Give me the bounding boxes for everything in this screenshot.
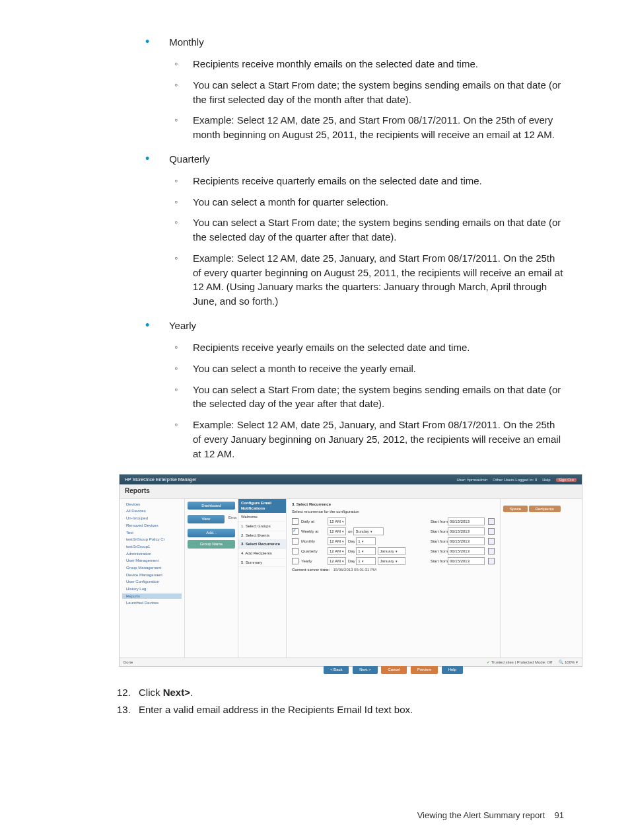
quarterly-time-select[interactable]: 12 AM (328, 547, 346, 555)
yearly-label: Yearly (301, 558, 328, 564)
nav-test[interactable]: Test (122, 530, 182, 536)
back-button[interactable]: < Back (324, 666, 349, 674)
monthly-item: You can select a Start From date; the sy… (193, 78, 564, 107)
nav-devices[interactable]: Devices (122, 502, 182, 508)
yearly-checkbox[interactable] (292, 558, 298, 564)
step-12: Click Next>. (133, 685, 564, 700)
nav-group-mgmt[interactable]: Group Management (122, 565, 182, 571)
config-screenshot: HP StoreOnce Enterprise Manager User: hp… (119, 474, 582, 667)
next-button[interactable]: Next > (353, 666, 378, 674)
nav-user-config[interactable]: User Configuration (122, 579, 182, 585)
add-button[interactable]: Add... (188, 529, 235, 537)
day-label: Day (348, 549, 355, 554)
right-panel: Space Recipients (500, 499, 582, 664)
signout-button[interactable]: Sign Out (556, 478, 577, 482)
monthly-label: Monthly (301, 539, 328, 545)
nav-testgroup-policy[interactable]: testGrGroup Policy Cr (122, 537, 182, 543)
wizard-content: 3. Select Recurrence Select recurrence f… (287, 499, 500, 664)
quarterly-row: Quarterly 12 AM Day 1 January Start from… (292, 547, 495, 555)
daily-startfrom-input[interactable]: 06/15/2013 (448, 517, 485, 525)
daily-checkbox[interactable] (292, 518, 298, 525)
yearly-day-select[interactable]: 1 (356, 557, 376, 565)
daily-row: Daily at 12 AM Start from 06/15/2013 (292, 517, 495, 525)
help-link[interactable]: Help (542, 478, 550, 482)
dashboard-button[interactable]: Dashboard (188, 502, 235, 510)
yearly-startfrom-label: Start from (431, 558, 448, 564)
calendar-icon[interactable] (488, 538, 495, 545)
yearly-month-select[interactable]: January (378, 557, 405, 565)
day-label: Day (348, 558, 355, 564)
titlebar-right: User: hpmsadmin Other Users Logged in: 0… (452, 477, 577, 483)
group-name-header[interactable]: Group Name (188, 540, 235, 549)
monthly-items: Recipients receive monthly emails on the… (145, 57, 564, 142)
preview-button[interactable]: Preview (411, 666, 438, 674)
monthly-time-select[interactable]: 12 AM (328, 537, 346, 545)
quarterly-day-select[interactable]: 1 (356, 547, 376, 555)
yearly-startfrom-input[interactable]: 06/15/2013 (448, 557, 485, 565)
nav-testgroup1[interactable]: testGrGroup1 (122, 544, 182, 550)
wizard-step-1[interactable]: 1. Select Groups (238, 522, 286, 531)
calendar-icon[interactable] (488, 558, 495, 564)
wizard-step-2[interactable]: 2. Select Events (238, 531, 286, 541)
wizard-steps: Configure Email Notifications Welcome 1.… (238, 499, 287, 664)
left-nav: Devices All Devices Un-Grouped Removed D… (120, 499, 185, 664)
recipients-button[interactable]: Recipients (529, 506, 561, 513)
nav-removed[interactable]: Removed Devices (122, 523, 182, 529)
quarterly-item: Recipients receive quarterly emails on t… (193, 174, 564, 188)
recurrence-list: Monthly Recipients receive monthly email… (119, 33, 564, 461)
calendar-icon[interactable] (488, 528, 495, 535)
zoom-label[interactable]: 🔍 100% ▾ (559, 660, 578, 664)
yearly-time-select[interactable]: 12 AM (328, 557, 346, 565)
wizard-welcome[interactable]: Welcome (238, 513, 286, 522)
nav-all-devices[interactable]: All Devices (122, 508, 182, 514)
step-title: 3. Select Recurrence (292, 502, 495, 508)
wizard-step-3[interactable]: 3. Select Recurrence (238, 540, 286, 549)
yearly-item: Example: Select 12 AM, date 25, January,… (193, 418, 564, 461)
quarterly-items: Recipients receive quarterly emails on t… (145, 174, 564, 309)
quarterly-label: Quarterly (169, 153, 210, 165)
quarterly-item: You can select a Start From date; the sy… (193, 215, 564, 245)
trusted-sites-label: Trusted sites | Protected Mode: Off (491, 660, 553, 664)
space-button[interactable]: Space (503, 506, 528, 513)
daily-startfrom-label: Start from (431, 519, 448, 525)
wizard-step-4[interactable]: 4. Add Recipients (238, 549, 286, 558)
nav-administration[interactable]: Administration (122, 551, 182, 557)
yearly-label: Yearly (169, 320, 196, 331)
wizard-title: Configure Email Notifications (238, 499, 286, 513)
calendar-icon[interactable] (488, 518, 495, 525)
weekly-time-select[interactable]: 12 AM (328, 527, 346, 535)
help-button[interactable]: Help (442, 666, 463, 674)
weekly-checkbox[interactable] (292, 528, 298, 535)
cancel-button[interactable]: Cancel (381, 666, 407, 674)
quarterly-item: You can select a month for quarter selec… (193, 195, 564, 210)
monthly-startfrom-label: Start from (431, 539, 448, 545)
wizard-step-5[interactable]: 5. Summary (238, 558, 286, 568)
monthly-item: Recipients receive monthly emails on the… (193, 57, 564, 71)
nav-user-mgmt[interactable]: User Management (122, 558, 182, 564)
quarterly-month-select[interactable]: January (378, 547, 405, 555)
nav-reports[interactable]: Reports (122, 593, 182, 599)
monthly-checkbox[interactable] (292, 538, 298, 545)
view-button[interactable]: View (188, 515, 225, 523)
other-users-label: Other Users Logged in: 0 (493, 478, 537, 482)
monthly-label: Monthly (169, 36, 204, 48)
monthly-day-select[interactable]: 1 (356, 537, 376, 545)
daily-time-select[interactable]: 12 AM (328, 517, 346, 525)
nav-ungrouped[interactable]: Un-Grouped (122, 515, 182, 521)
nav-launched[interactable]: Launched Devices (122, 600, 182, 606)
weekly-label: Weekly at (301, 529, 328, 535)
ema-label: Ema (228, 515, 236, 523)
monthly-startfrom-input[interactable]: 06/15/2013 (448, 537, 485, 545)
nav-history-log[interactable]: History Log (122, 586, 182, 592)
page-title: Reports (120, 484, 582, 499)
nav-device-mgmt[interactable]: Device Management (122, 572, 182, 578)
weekly-day-select[interactable]: Sunday (353, 527, 384, 535)
status-done: Done (123, 660, 133, 666)
middle-panel: Dashboard View Ema Add... Group Name (185, 499, 238, 664)
page-number: 91 (555, 810, 564, 820)
weekly-startfrom-input[interactable]: 06/15/2013 (448, 527, 485, 535)
app-title: HP StoreOnce Enterprise Manager (125, 477, 196, 483)
quarterly-checkbox[interactable] (292, 548, 298, 554)
quarterly-startfrom-input[interactable]: 06/15/2013 (448, 547, 485, 555)
calendar-icon[interactable] (488, 548, 495, 554)
